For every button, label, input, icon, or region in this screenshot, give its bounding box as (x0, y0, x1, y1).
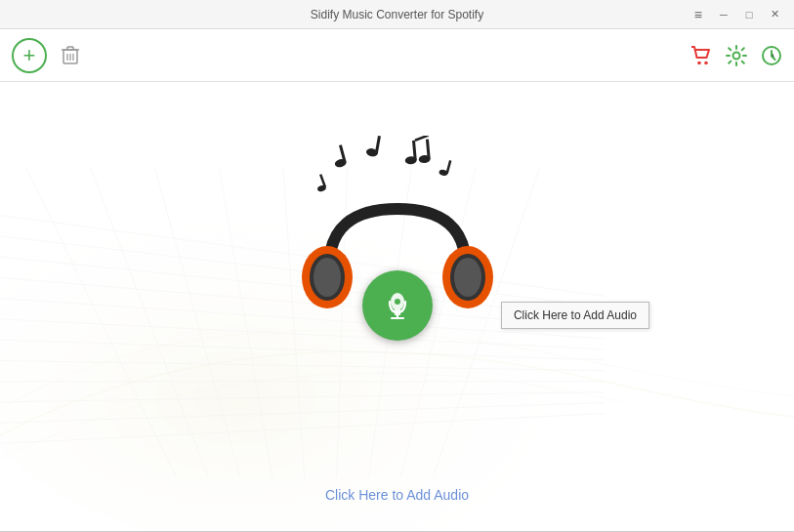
cart-icon (690, 46, 712, 65)
history-button[interactable] (761, 45, 782, 66)
svg-line-20 (0, 360, 604, 371)
toolbar-right (690, 45, 782, 66)
svg-point-51 (313, 258, 341, 297)
svg-point-57 (395, 299, 400, 305)
minimize-button[interactable]: ─ (712, 3, 735, 26)
svg-line-24 (0, 414, 604, 446)
main-content[interactable]: Click Here to Add Audio Click Here to Ad… (0, 82, 794, 531)
mic-circle (362, 270, 433, 341)
gear-icon (726, 45, 747, 66)
svg-point-9 (704, 61, 708, 64)
title-bar-title: Sidify Music Converter for Spotify (311, 8, 483, 21)
click-here-text[interactable]: Click Here to Add Audio (325, 487, 469, 503)
click-here-area[interactable]: Click Here to Add Audio (325, 486, 469, 504)
illustration-container (290, 136, 505, 350)
svg-line-23 (0, 403, 604, 425)
tooltip-text: Click Here to Add Audio (514, 308, 637, 322)
history-icon (761, 45, 782, 66)
tooltip-box: Click Here to Add Audio (501, 302, 649, 329)
delete-button[interactable] (55, 40, 86, 71)
svg-point-52 (454, 258, 481, 297)
svg-line-22 (0, 392, 604, 403)
title-bar-controls: ≡ ─ □ ✕ (694, 3, 786, 26)
close-button[interactable]: ✕ (763, 3, 786, 26)
svg-line-26 (91, 168, 208, 478)
add-button[interactable]: + (12, 38, 47, 73)
svg-line-28 (219, 168, 272, 478)
menu-icon[interactable]: ≡ (694, 7, 702, 22)
maximize-button[interactable]: □ (737, 3, 761, 26)
mic-icon (378, 286, 417, 325)
settings-button[interactable] (726, 45, 747, 66)
svg-point-8 (697, 61, 701, 64)
trash-icon (61, 45, 80, 66)
tooltip: Click Here to Add Audio (501, 302, 649, 329)
svg-line-25 (26, 168, 176, 478)
title-bar: Sidify Music Converter for Spotify ≡ ─ □… (0, 0, 794, 29)
svg-point-10 (733, 52, 740, 59)
svg-line-27 (154, 168, 240, 478)
toolbar: + (0, 29, 794, 82)
cart-button[interactable] (690, 46, 712, 65)
